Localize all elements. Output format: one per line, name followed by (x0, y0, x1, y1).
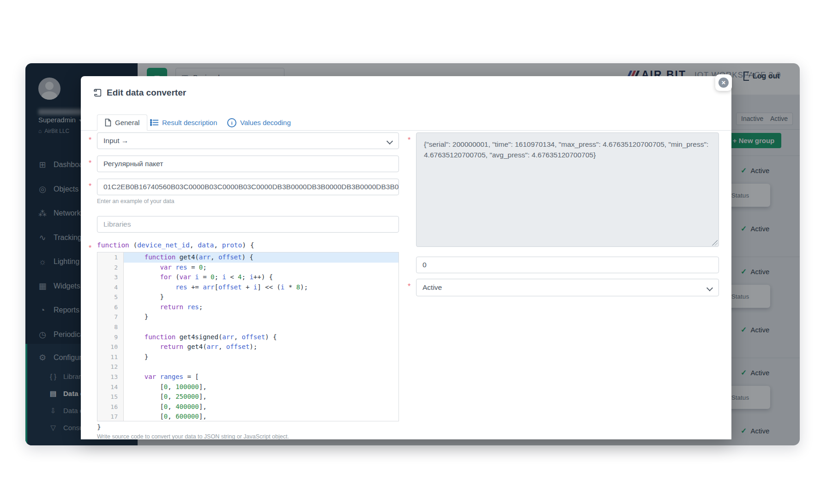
code-line: 14 [0, 100000], (97, 382, 398, 392)
code-line: 6 return res; (97, 302, 398, 312)
modal-close-button[interactable]: × (715, 74, 732, 91)
page: { "app": { "topbar": { "menu_icon": "≡",… (0, 0, 821, 504)
required-mark: * (89, 244, 91, 252)
line-number: 5 (97, 292, 118, 302)
line-number: 16 (97, 402, 118, 412)
line-number: 13 (97, 372, 118, 382)
chevron-down-icon (386, 138, 393, 144)
code-line: 16 [0, 400000], (97, 402, 398, 412)
line-number: 7 (97, 312, 118, 322)
code-line: 11 } (97, 352, 398, 362)
code-line: 15 [0, 250000], (97, 392, 398, 402)
result-example-textarea[interactable]: {"serial": 200000001, "time": 1610970134… (416, 132, 719, 247)
line-number: 9 (97, 332, 118, 342)
code-editor[interactable]: 1 function get4(arr, offset) { 2 var res… (97, 252, 399, 421)
required-mark: * (89, 159, 91, 168)
code-line: 13 var ranges = [ (97, 372, 398, 382)
data-example-input[interactable]: 01C2EB0B16740560B03C0000B03C0000B03C0000… (97, 179, 399, 195)
libraries-input[interactable]: Libraries (97, 216, 399, 233)
scroll-icon (92, 88, 103, 98)
required-mark: * (408, 282, 410, 291)
info-icon: i (227, 118, 236, 127)
group-number-input[interactable]: 0 (416, 257, 719, 273)
direction-select[interactable]: Input → (97, 132, 399, 149)
code-line: 4 res += arr[offset + i] << (i * 8); (97, 282, 398, 293)
line-number: 14 (97, 382, 118, 392)
line-number: 2 (97, 263, 118, 273)
line-number: 8 (97, 322, 118, 332)
code-line: 5 } (97, 292, 398, 302)
code-line: 8 (97, 322, 398, 332)
code-closing-brace: } (97, 423, 101, 431)
close-icon: × (722, 78, 726, 86)
converter-name-input[interactable]: Регулярный пакет (97, 156, 399, 172)
tab-general[interactable]: General (97, 114, 147, 131)
status-select[interactable]: Active (416, 279, 719, 296)
line-number: 15 (97, 392, 118, 402)
required-mark: * (408, 136, 410, 144)
tab-result-description[interactable]: Result description (150, 114, 217, 131)
line-number: 12 (97, 362, 118, 372)
line-number: 11 (97, 352, 118, 362)
chevron-down-icon (706, 285, 713, 291)
code-line: 7 } (97, 312, 398, 322)
edit-data-converter-modal: Edit data converter General Result descr… (81, 76, 731, 439)
line-number: 4 (97, 282, 118, 293)
tab-values-decoding[interactable]: i Values decoding (227, 114, 291, 131)
code-line: 17 [0, 600000], (97, 412, 398, 421)
line-number: 17 (97, 412, 118, 421)
line-number: 3 (97, 272, 118, 282)
line-number: 6 (97, 302, 118, 312)
code-line: 2 var res = 0; (97, 263, 398, 273)
line-number: 1 (97, 252, 118, 263)
document-icon (105, 119, 111, 126)
code-line: 3 for (var i = 0; i < 4; i++) { (97, 272, 398, 282)
code-line: 1 function get4(arr, offset) { (97, 252, 398, 263)
code-signature: function (device_net_id, data, proto) { (97, 241, 254, 249)
required-mark: * (89, 136, 91, 144)
line-number: 10 (97, 342, 118, 352)
code-line: 10 return get4(arr, offset); (97, 342, 398, 352)
code-lines: 1 function get4(arr, offset) { 2 var res… (97, 252, 398, 421)
modal-title: Edit data converter (92, 88, 186, 98)
data-example-hint: Enter an example of your data (97, 198, 174, 204)
code-hint: Write source code to convert your data t… (97, 433, 289, 439)
list-icon (150, 119, 158, 126)
code-line: 12 (97, 362, 398, 372)
code-line: 9 function get4signed(arr, offset) { (97, 332, 398, 342)
resize-handle[interactable] (712, 240, 718, 246)
required-mark: * (89, 182, 91, 191)
